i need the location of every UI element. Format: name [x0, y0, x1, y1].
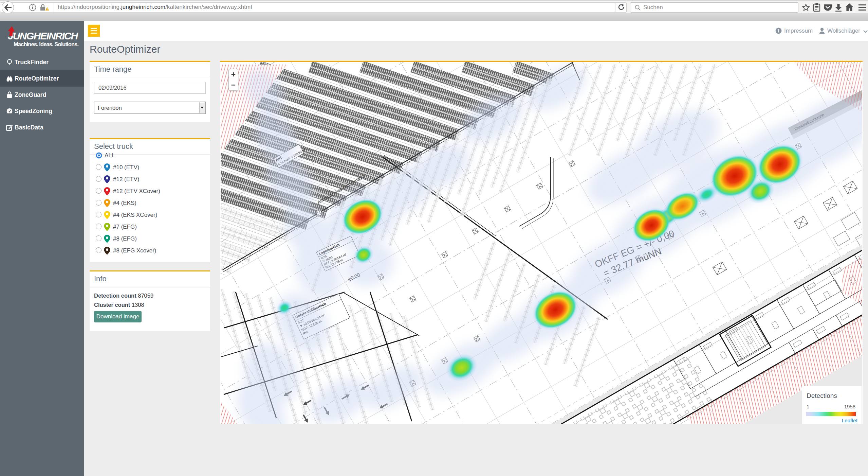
svg-text:JUNGHEINRICH: JUNGHEINRICH — [8, 30, 79, 41]
svg-text:Machines. Ideas. Solutions.: Machines. Ideas. Solutions. — [14, 41, 79, 47]
